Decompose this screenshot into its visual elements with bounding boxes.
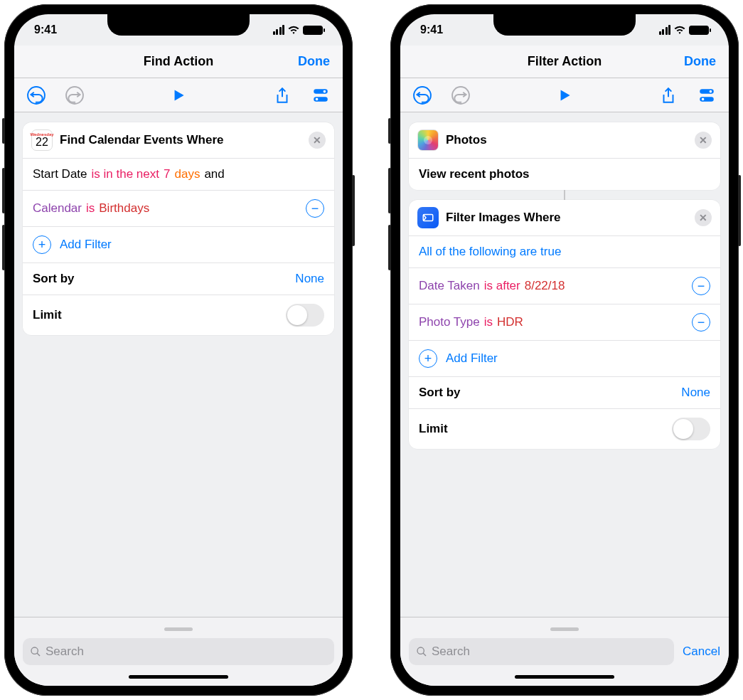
svg-point-6 [31,647,38,654]
battery-icon [303,26,323,35]
bottom-sheet[interactable]: Search Cancel [400,617,729,686]
toolbar [400,78,729,112]
cancel-button[interactable]: Cancel [683,645,720,659]
plus-icon: + [419,349,437,368]
navigation-bar: Find Action Done [14,46,343,78]
filter-row-start-date[interactable]: Start Date is in the next 7 days and [23,159,334,191]
shortcuts-app-icon [417,207,439,228]
cellular-icon [659,25,671,35]
sheet-grabber[interactable] [164,627,193,631]
add-filter-button[interactable]: + Add Filter [409,341,720,377]
play-button[interactable] [555,86,574,105]
remove-filter-icon[interactable]: − [692,277,710,295]
search-icon [416,646,427,657]
clock: 9:41 [420,23,443,36]
svg-point-3 [323,90,326,93]
cellular-icon [273,25,285,35]
clock: 9:41 [34,23,57,36]
sort-by-row[interactable]: Sort by None [23,263,334,295]
done-button[interactable]: Done [684,54,716,69]
phone-left: 9:41 Find Action Done [4,4,353,696]
svg-point-8 [452,87,469,104]
notch [107,14,250,36]
remove-filter-icon[interactable]: − [306,199,324,218]
svg-point-7 [414,87,431,104]
page-title: Filter Action [528,54,602,69]
search-input[interactable]: Search [23,638,334,665]
svg-point-5 [315,97,319,101]
remove-filter-icon[interactable]: − [692,313,710,332]
all-of-following-row[interactable]: All of the following are true [409,236,720,268]
navigation-bar: Filter Action Done [400,46,729,78]
toolbar [14,78,343,112]
search-icon [30,646,41,657]
wifi-icon [287,25,300,35]
flow-connector [564,190,565,200]
notch [493,14,636,36]
close-icon[interactable]: ✕ [309,132,326,149]
photos-card[interactable]: Photos ✕ View recent photos [409,122,720,190]
redo-button [65,86,84,105]
find-calendar-card: Wednesday 22 Find Calendar Events Where … [23,122,334,335]
limit-toggle[interactable] [672,418,710,440]
svg-point-14 [417,647,424,654]
home-indicator[interactable] [515,675,614,679]
filter-images-card: Filter Images Where ✕ All of the followi… [409,200,720,449]
battery-icon [689,26,709,35]
close-icon[interactable]: ✕ [695,209,712,226]
done-button[interactable]: Done [298,54,330,69]
sort-by-row[interactable]: Sort by None [409,377,720,409]
settings-button[interactable] [311,86,330,105]
card-title: Find Calendar Events Where [60,133,301,147]
undo-button[interactable] [27,86,46,105]
home-indicator[interactable] [129,675,228,679]
photos-app-icon [417,129,439,151]
phone-right: 9:41 Filter Action Done [390,4,739,696]
play-button[interactable] [169,86,188,105]
calendar-app-icon: Wednesday 22 [31,129,53,151]
limit-row[interactable]: Limit [23,295,334,335]
limit-row[interactable]: Limit [409,409,720,449]
wifi-icon [673,25,686,35]
share-button[interactable] [273,86,292,105]
plus-icon: + [33,235,51,254]
settings-button[interactable] [697,86,716,105]
limit-toggle[interactable] [286,304,324,327]
filter-row-date-taken[interactable]: Date Taken is after 8/22/18 − [409,268,720,304]
sheet-grabber[interactable] [550,627,579,631]
svg-point-1 [66,87,83,104]
card-title: Filter Images Where [446,211,688,225]
filter-row-calendar[interactable]: Calendar is Birthdays − [23,191,334,227]
bottom-sheet[interactable]: Search [14,617,343,686]
page-title: Find Action [144,54,213,69]
filter-row-photo-type[interactable]: Photo Type is HDR − [409,304,720,341]
svg-point-10 [709,90,712,93]
add-filter-button[interactable]: + Add Filter [23,227,334,263]
share-button[interactable] [659,86,678,105]
svg-point-0 [28,87,45,104]
redo-button [451,86,470,105]
undo-button[interactable] [413,86,432,105]
svg-point-12 [701,97,705,101]
close-icon[interactable]: ✕ [695,132,712,149]
card-title: Photos [446,133,688,147]
view-recent-photos[interactable]: View recent photos [409,159,720,190]
search-input[interactable]: Search [409,638,674,665]
